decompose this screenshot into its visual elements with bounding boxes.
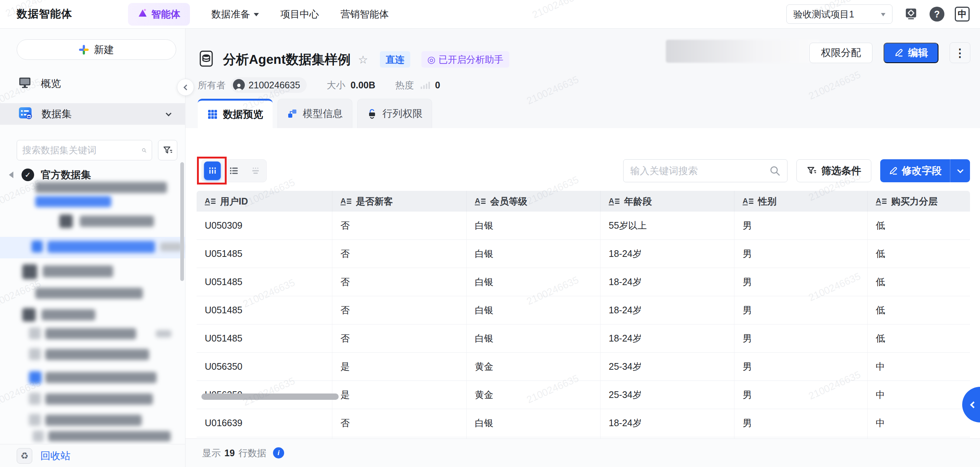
table-cell: 男	[735, 296, 868, 324]
redacted-item[interactable]	[45, 372, 156, 383]
tab-data-preview[interactable]: 数据预览	[198, 99, 273, 128]
nav-item-data-prep[interactable]: 数据准备	[212, 8, 259, 21]
table-cell: 中	[868, 353, 970, 381]
dataset-search-input[interactable]	[22, 145, 142, 156]
redacted-item[interactable]	[29, 414, 41, 426]
sidebar-item-datasets[interactable]: 数据集	[0, 103, 186, 125]
dataset-search	[17, 140, 152, 160]
compact-view-button[interactable]	[247, 161, 264, 180]
permission-button[interactable]: 权限分配	[809, 43, 872, 63]
recycle-bin-row: ♻ 回收站	[0, 444, 185, 467]
keyword-search	[623, 159, 788, 182]
redacted-item[interactable]	[33, 430, 44, 442]
table-cell: 低	[868, 212, 970, 239]
language-icon[interactable]: 中	[955, 7, 970, 22]
sidebar-item-overview[interactable]: 概览	[0, 73, 186, 94]
table-cell: 白银	[467, 409, 601, 437]
table-cell: 男	[735, 240, 868, 268]
table-cell: 否	[332, 240, 467, 268]
list-icon	[229, 166, 239, 176]
project-select[interactable]: 验收测试项目1	[786, 5, 892, 24]
table-cell: U056350	[197, 353, 332, 381]
redacted-item[interactable]	[35, 196, 111, 207]
table-cell: U051485	[197, 240, 332, 268]
tree-expander-icon[interactable]	[9, 172, 13, 178]
redacted-item[interactable]	[35, 288, 143, 299]
table-header-cell: A购买力分层	[868, 191, 970, 212]
redacted-item[interactable]	[29, 393, 41, 405]
tree-node-official-datasets[interactable]: ✓ 官方数据集	[0, 167, 180, 183]
table-header-cell: A用户ID	[197, 191, 332, 212]
redacted-item[interactable]	[80, 216, 154, 227]
redacted-item[interactable]	[48, 241, 155, 253]
monitor-icon	[18, 75, 32, 92]
table-cell: 18-24岁	[601, 240, 735, 268]
footer-rows-label: 行数据	[239, 447, 266, 459]
nav-item-label: 智能体	[151, 8, 180, 21]
redacted-item[interactable]	[41, 309, 95, 320]
column-label: 性别	[758, 195, 776, 207]
edit-fields-button[interactable]: 修改字段	[880, 159, 950, 182]
column-label: 是否新客	[356, 195, 393, 207]
redacted-item[interactable]	[29, 371, 41, 384]
footer-show-label: 显示	[202, 447, 221, 459]
info-icon[interactable]: i	[273, 447, 284, 459]
redacted-item[interactable]	[32, 241, 43, 252]
new-button[interactable]: 新建	[17, 39, 176, 60]
edit-fields-dropdown-button[interactable]	[950, 159, 970, 182]
table-cell: 白银	[467, 240, 601, 268]
horizontal-scrollbar[interactable]	[201, 394, 339, 400]
column-label: 用户ID	[220, 195, 248, 207]
more-actions-button[interactable]: ⋮	[950, 42, 970, 63]
table-row: U056350是黄金25-34岁男中	[197, 353, 970, 381]
edit-button[interactable]: 编辑	[883, 43, 939, 63]
table-cell: 白银	[467, 268, 601, 296]
grid-icon	[207, 109, 218, 120]
size-value: 0.00B	[350, 80, 375, 91]
table-cell: 18-24岁	[601, 296, 735, 324]
tab-label: 数据预览	[223, 108, 263, 121]
redacted-item[interactable]	[29, 327, 41, 339]
owner-id: 2100246635	[248, 80, 300, 91]
recycle-bin-link[interactable]: 回收站	[40, 449, 70, 462]
redacted-item[interactable]	[59, 215, 73, 228]
nav-item-project-center[interactable]: 项目中心	[280, 8, 319, 21]
tab-bar: 数据预览 模型信息 行列权限	[198, 99, 432, 128]
redacted-item[interactable]	[48, 431, 171, 441]
nav-item-agent[interactable]: 智能体	[128, 3, 190, 26]
redacted-item[interactable]	[45, 349, 149, 360]
top-bar: 数据智能体 智能体 数据准备 项目中心 营销	[0, 0, 980, 29]
redacted-item[interactable]	[45, 414, 142, 426]
main-content: 分析Agent数据集样例 ☆ 直连 ◎ 已开启分析助手 权限分配 编辑 ⋮ 所有…	[186, 29, 980, 467]
redacted-item[interactable]	[160, 242, 183, 251]
sidebar-collapse-button[interactable]	[177, 79, 194, 96]
app-logo[interactable]: 数据智能体	[17, 7, 72, 22]
dataset-filter-button[interactable]	[158, 140, 177, 160]
table-cell: 白银	[467, 212, 601, 239]
tab-model-info[interactable]: 模型信息	[277, 99, 352, 128]
redacted-item[interactable]	[29, 348, 41, 360]
keyword-search-input[interactable]	[630, 165, 769, 177]
help-icon[interactable]: ?	[929, 7, 944, 22]
sidebar-scrollbar[interactable]	[180, 162, 184, 281]
text-field-icon: A	[876, 197, 886, 205]
redacted-item[interactable]	[22, 308, 36, 322]
redacted-item[interactable]	[43, 265, 113, 277]
redacted-item[interactable]	[156, 330, 171, 338]
redacted-item[interactable]	[45, 394, 153, 405]
top-nav: 智能体 数据准备 项目中心 营销智能体	[128, 3, 389, 26]
tab-row-column-permission[interactable]: 行列权限	[357, 99, 432, 128]
nav-item-marketing-agent[interactable]: 营销智能体	[340, 8, 389, 21]
star-icon[interactable]: ☆	[358, 53, 368, 66]
table-cell: 白银	[467, 296, 601, 324]
table-row: U050309否白银55岁以上男低	[197, 212, 970, 240]
table-row: U051485否白银18-24岁男低	[197, 268, 970, 296]
redacted-item[interactable]	[45, 328, 136, 339]
tab-label: 模型信息	[303, 107, 343, 120]
list-view-button[interactable]	[226, 161, 242, 180]
filter-conditions-button[interactable]: 筛选条件	[796, 159, 871, 182]
redacted-item[interactable]	[35, 182, 167, 193]
workspace-settings-icon[interactable]	[903, 6, 919, 22]
redacted-item[interactable]	[22, 264, 37, 279]
compact-rows-icon	[250, 166, 261, 176]
